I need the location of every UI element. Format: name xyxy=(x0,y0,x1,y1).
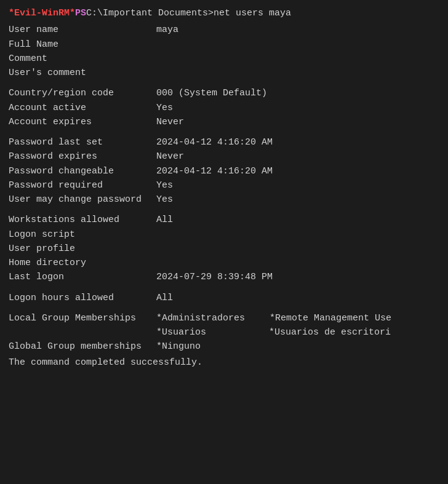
local-group-4: *Usuarios de escritori xyxy=(269,325,391,339)
table-row: Account active Yes xyxy=(9,101,439,115)
value-account-active: Yes xyxy=(156,101,439,115)
table-row: User's comment xyxy=(9,66,439,80)
value-users-comment xyxy=(156,66,439,80)
table-row: Workstations allowed All xyxy=(9,213,439,227)
label-workstations: Workstations allowed xyxy=(9,213,156,227)
value-pwd-expires: Never xyxy=(156,149,439,164)
label-pwd-changeable: Password changeable xyxy=(9,164,156,178)
label-home-directory: Home directory xyxy=(9,256,156,270)
ps-label: PS xyxy=(75,6,86,20)
table-row-local-groups: Local Group Memberships *Administradores… xyxy=(9,311,439,340)
value-global-groups: *Ninguno xyxy=(156,339,439,354)
label-users-comment: User's comment xyxy=(9,66,156,80)
table-row: Full Name xyxy=(9,38,439,52)
table-row: Password last set 2024-04-12 4:16:20 AM xyxy=(9,135,439,149)
prompt-path: C:\Important Documents> xyxy=(86,6,214,20)
value-user-change-pwd: Yes xyxy=(156,192,439,207)
value-last-logon: 2024-07-29 8:39:48 PM xyxy=(156,270,439,284)
label-pwd-last-set: Password last set xyxy=(9,135,156,149)
table-row: User profile xyxy=(9,242,439,256)
value-pwd-changeable: 2024-04-12 4:16:20 AM xyxy=(156,164,439,178)
value-account-expires: Never xyxy=(156,115,439,129)
value-local-groups: *Administradores *Remote Management Use … xyxy=(156,311,439,340)
value-user-profile xyxy=(156,242,439,256)
table-row: Password expires Never xyxy=(9,149,439,164)
completion-message: The command completed successfully. xyxy=(9,355,439,370)
spacer-row xyxy=(9,80,439,86)
label-pwd-required: Password required xyxy=(9,178,156,192)
value-workstations: All xyxy=(156,213,439,227)
terminal-window: *Evil-WinRM* PS C:\Important Documents> … xyxy=(0,0,448,484)
label-pwd-expires: Password expires xyxy=(9,149,156,164)
value-country: 000 (System Default) xyxy=(156,86,439,100)
value-comment xyxy=(156,52,439,66)
evil-winrm-label: *Evil-WinRM* xyxy=(9,6,75,20)
label-last-logon: Last logon xyxy=(9,270,156,284)
label-local-groups: Local Group Memberships xyxy=(9,311,156,340)
table-row: Password changeable 2024-04-12 4:16:20 A… xyxy=(9,164,439,178)
value-username: maya xyxy=(156,23,439,37)
table-row: Account expires Never xyxy=(9,115,439,129)
table-row: Password required Yes xyxy=(9,178,439,192)
value-logon-hours: All xyxy=(156,291,439,305)
spacer-row xyxy=(9,129,439,135)
table-row: Logon hours allowed All xyxy=(9,291,439,305)
label-fullname: Full Name xyxy=(9,38,156,52)
table-row: Country/region code 000 (System Default) xyxy=(9,86,439,100)
table-row: Comment xyxy=(9,52,439,66)
value-home-directory xyxy=(156,256,439,270)
label-account-expires: Account expires xyxy=(9,115,156,129)
label-comment: Comment xyxy=(9,52,156,66)
label-user-change-pwd: User may change password xyxy=(9,192,156,207)
value-pwd-last-set: 2024-04-12 4:16:20 AM xyxy=(156,135,439,149)
value-fullname xyxy=(156,38,439,52)
table-row: Last logon 2024-07-29 8:39:48 PM xyxy=(9,270,439,284)
table-row: User name maya xyxy=(9,23,439,37)
value-pwd-required: Yes xyxy=(156,178,439,192)
spacer-row xyxy=(9,285,439,291)
table-row: User may change password Yes xyxy=(9,192,439,207)
table-row: Logon script xyxy=(9,228,439,242)
table-row-global-groups: Global Group memberships *Ninguno xyxy=(9,339,439,354)
label-account-active: Account active xyxy=(9,101,156,115)
local-group-2: *Remote Management Use xyxy=(270,311,391,325)
label-logon-script: Logon script xyxy=(9,228,156,242)
value-logon-script xyxy=(156,228,439,242)
label-username: User name xyxy=(9,23,156,37)
label-logon-hours: Logon hours allowed xyxy=(9,291,156,305)
prompt-line: *Evil-WinRM* PS C:\Important Documents> … xyxy=(9,6,439,20)
label-user-profile: User profile xyxy=(9,242,156,256)
command-text: net users maya xyxy=(214,6,291,20)
table-row: Home directory xyxy=(9,256,439,270)
label-global-groups: Global Group memberships xyxy=(9,339,156,354)
label-country: Country/region code xyxy=(9,86,156,100)
spacer-row xyxy=(9,305,439,311)
spacer-row xyxy=(9,207,439,213)
info-table: User name maya Full Name Comment User's … xyxy=(9,23,439,354)
local-group-3: *Usuarios xyxy=(156,325,206,339)
local-group-1: *Administradores xyxy=(156,311,245,325)
